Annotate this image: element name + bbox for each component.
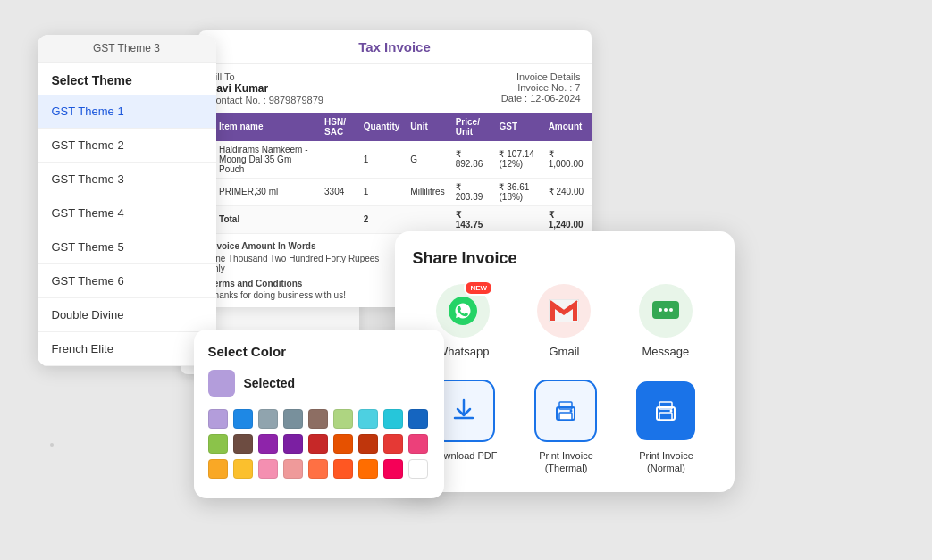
gst-theme-1[interactable]: GST Theme 1 — [38, 95, 216, 129]
swatch[interactable] — [258, 434, 278, 454]
svg-point-6 — [669, 308, 673, 312]
svg-rect-9 — [559, 413, 572, 420]
swatch[interactable] — [233, 459, 253, 479]
swatch[interactable] — [333, 459, 353, 479]
select-color-title: Select Color — [208, 344, 430, 359]
invoice-title: Tax Invoice — [198, 30, 592, 64]
print-normal-label: Print Invoice(Normal) — [639, 449, 693, 475]
whatsapp-label: Whatsapp — [437, 345, 490, 358]
share-invoice-panel: Share Invoice NEW Whatsapp — [395, 231, 735, 493]
whatsapp-icon-circle: NEW — [436, 284, 490, 338]
invoice-no: Invoice No. : 7 — [501, 82, 581, 93]
panel-header: GST Theme 3 — [38, 35, 216, 63]
gmail-label: Gmail — [550, 345, 580, 358]
swatch[interactable] — [233, 434, 253, 454]
print-normal-item[interactable]: Print Invoice(Normal) — [634, 380, 697, 475]
swatch[interactable] — [308, 434, 328, 454]
swatch[interactable] — [283, 409, 303, 429]
print-thermal-item[interactable]: Print Invoice(Thermal) — [534, 380, 597, 475]
gst-theme-5[interactable]: GST Theme 5 — [38, 230, 216, 264]
svg-point-14 — [670, 409, 673, 412]
select-color-panel: Select Color Selected — [194, 330, 444, 498]
invoice-details-label: Invoice Details — [501, 71, 581, 82]
message-share-item[interactable]: Message — [639, 284, 693, 358]
table-row: 1 Haldirams Namkeem - Moong Dal 35 Gm Po… — [198, 141, 592, 179]
gmail-share-item[interactable]: Gmail — [537, 284, 591, 358]
swatches-row-1 — [208, 409, 430, 429]
message-icon-circle — [639, 284, 693, 338]
swatch[interactable] — [208, 459, 228, 479]
gst-theme-french-elite[interactable]: French Elite — [38, 332, 216, 366]
gst-theme-2[interactable]: GST Theme 2 — [38, 129, 216, 163]
swatch[interactable] — [308, 409, 328, 429]
gst-theme-6[interactable]: GST Theme 6 — [38, 264, 216, 298]
swatch[interactable] — [283, 434, 303, 454]
swatch[interactable] — [358, 459, 378, 479]
col-qty: Quantity — [358, 113, 406, 141]
table-row: 2 PRIMER,30 ml 3304 1 Millilitres ₹ 203.… — [198, 178, 592, 205]
swatch[interactable] — [258, 459, 278, 479]
terms-text: Thanks for doing business with us! — [209, 290, 386, 300]
swatch[interactable] — [308, 459, 328, 479]
swatches-row-3 — [208, 459, 430, 479]
swatch[interactable] — [333, 434, 353, 454]
selected-color-row: Selected — [208, 370, 430, 397]
new-badge: NEW — [464, 280, 493, 296]
swatch[interactable] — [358, 409, 378, 429]
invoice-date: Date : 12-06-2024 — [501, 93, 581, 104]
gst-theme-4[interactable]: GST Theme 4 — [38, 196, 216, 230]
col-amount: Amount — [543, 113, 592, 141]
col-unit: Unit — [405, 113, 449, 141]
swatch[interactable] — [258, 409, 278, 429]
swatch[interactable] — [408, 409, 428, 429]
bill-to-label: Bill To — [209, 71, 323, 82]
customer-name: Ravi Kumar — [209, 82, 269, 95]
swatch[interactable] — [283, 459, 303, 479]
col-hsn: HSN/ SAC — [319, 113, 358, 141]
message-label: Message — [642, 345, 689, 358]
svg-point-10 — [570, 409, 573, 412]
svg-point-5 — [664, 308, 668, 312]
selected-swatch — [208, 370, 235, 397]
table-total-row: Total 2 ₹ 143.75 ₹ 1,240.00 — [198, 205, 592, 233]
swatch[interactable] — [333, 409, 353, 429]
swatch[interactable] — [233, 409, 253, 429]
contact: Contact No. : 9879879879 — [209, 95, 323, 105]
invoice-table: # Item name HSN/ SAC Quantity Unit Price… — [198, 113, 592, 234]
swatch[interactable] — [208, 434, 228, 454]
swatch[interactable] — [408, 434, 428, 454]
select-theme-label: Select Theme — [38, 63, 216, 95]
amount-words-label: Invoice Amount In Words — [209, 241, 386, 251]
swatch-empty[interactable] — [408, 459, 428, 479]
gst-theme-panel: GST Theme 3 Select Theme GST Theme 1 GST… — [38, 35, 216, 366]
gst-theme-3[interactable]: GST Theme 3 — [38, 163, 216, 196]
print-thermal-box — [534, 380, 597, 442]
svg-point-4 — [659, 308, 662, 312]
col-price: Price/ Unit — [450, 113, 494, 141]
selected-color-label: Selected — [244, 376, 296, 390]
swatches-row-2 — [208, 434, 430, 454]
share-actions-row: Download PDF Print Invoice(Thermal) — [413, 380, 717, 475]
gst-theme-double-divine[interactable]: Double Divine — [38, 298, 216, 332]
swatch[interactable] — [383, 459, 403, 479]
swatch[interactable] — [358, 434, 378, 454]
terms-label: Terms and Conditions — [209, 279, 386, 288]
print-normal-box — [634, 380, 697, 442]
swatch[interactable] — [383, 434, 403, 454]
amount-words: One Thousand Two Hundred Forty Rupees on… — [209, 254, 386, 273]
invoice-top: Bill To Ravi Kumar Contact No. : 9879879… — [198, 64, 592, 113]
gmail-icon-circle — [537, 284, 591, 338]
svg-rect-13 — [659, 413, 672, 420]
col-gst: GST — [493, 113, 542, 141]
col-item: Item name — [214, 113, 319, 141]
whatsapp-share-item[interactable]: NEW Whatsapp — [436, 284, 490, 358]
share-title: Share Invoice — [413, 249, 717, 268]
swatch[interactable] — [383, 409, 403, 429]
share-icons-row: NEW Whatsapp — [413, 284, 717, 358]
print-thermal-label: Print Invoice(Thermal) — [539, 449, 593, 475]
swatch[interactable] — [208, 409, 228, 429]
